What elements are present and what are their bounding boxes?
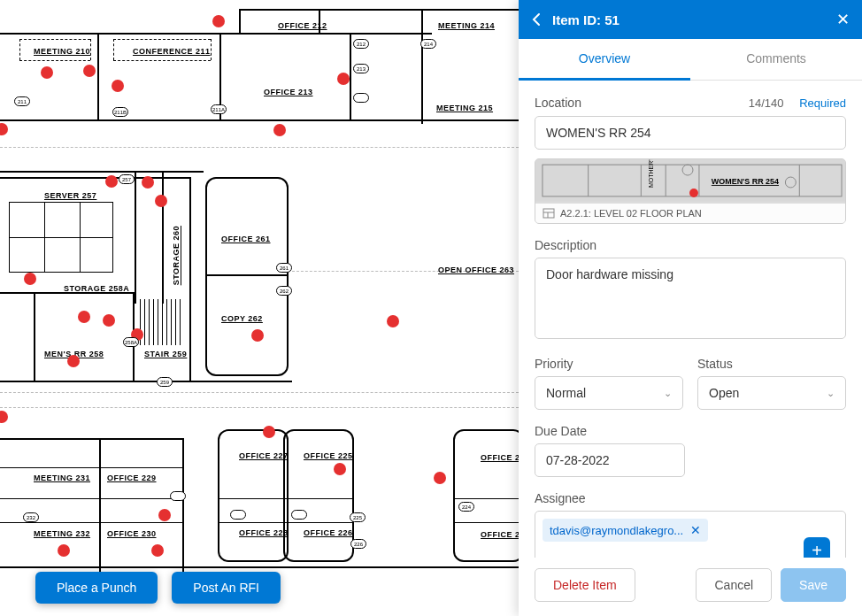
punch-marker[interactable] [112,80,124,92]
assignee-chip: tdavis@raymondlakegro... ✕ [543,519,708,542]
punch-marker[interactable] [0,411,8,423]
door-tag: 214 [420,39,436,49]
due-date-label: Due Date [535,424,846,438]
punch-marker[interactable] [155,195,167,207]
door-tag: 258A [123,337,139,347]
save-button[interactable]: Save [781,568,846,602]
door-tag: 211B [112,107,128,117]
room-label: OFFICE 227 [239,451,289,460]
door-tag: 262 [276,286,292,296]
door-tag: 225 [350,512,366,522]
plan-icon [543,208,555,219]
punch-marker[interactable] [212,15,225,27]
room-label: MEETING 231 [34,474,90,482]
punch-marker[interactable] [158,509,171,521]
priority-select[interactable]: Normal ⌄ [535,376,683,410]
tab-overview[interactable]: Overview [519,39,690,81]
punch-marker[interactable] [67,355,80,367]
panel-title: Item ID: 51 [552,12,826,27]
assignee-section: Assignee tdavis@raymondlakegro... ✕ + [535,491,846,558]
punch-marker[interactable] [251,329,264,342]
location-section: Location 14/140 Required [535,95,846,224]
door-tag: 211A [211,104,227,114]
required-label: Required [799,96,846,110]
punch-marker[interactable] [78,311,90,323]
item-detail-panel: Item ID: 51 ✕ Overview Comments Location… [519,0,862,616]
door-tag: 259 [157,377,173,387]
priority-label: Priority [535,357,683,371]
floorplan-canvas[interactable]: Place a Punch Post An RFI MEETING 210CON… [0,0,519,616]
room-label: OFFICE 22 [481,453,519,462]
svg-rect-12 [543,209,554,218]
door-tag: 261 [276,263,292,273]
punch-marker[interactable] [387,315,399,327]
room-label: OFFICE 230 [107,529,157,538]
panel-footer: Delete Item Cancel Save [519,558,862,616]
door-tag [170,491,186,501]
door-tag: 212 [353,39,369,49]
post-rfi-button[interactable]: Post An RFI [172,572,281,604]
svg-text:MOTHER'S R: MOTHER'S R [648,159,654,188]
add-assignee-button[interactable]: + [804,537,830,558]
room-label: OFFICE 228 [239,528,289,537]
door-tag: 226 [350,539,366,549]
punch-marker[interactable] [434,472,446,484]
punch-marker[interactable] [24,273,36,285]
room-label: MEETING 232 [34,529,90,538]
location-char-count: 14/140 [749,96,784,110]
room-label: COPY 262 [221,314,263,323]
punch-marker[interactable] [337,73,350,85]
due-date-input[interactable] [535,443,685,477]
back-icon[interactable] [531,12,542,27]
status-select[interactable]: Open ⌄ [697,376,846,410]
room-label: OFFICE 22 [481,530,519,539]
remove-assignee-icon[interactable]: ✕ [690,523,701,537]
punch-marker[interactable] [334,463,346,475]
punch-marker[interactable] [83,65,96,77]
priority-section: Priority Normal ⌄ [535,357,683,410]
door-tag [291,510,307,520]
chevron-down-icon: ⌄ [664,388,672,399]
panel-header: Item ID: 51 ✕ [519,0,862,39]
punch-marker[interactable] [0,123,8,135]
location-label: Location [535,96,581,110]
tabs: Overview Comments [519,39,862,81]
assignee-label: Assignee [535,491,846,505]
location-input[interactable] [535,116,846,150]
close-icon[interactable]: ✕ [836,10,850,29]
place-punch-button[interactable]: Place a Punch [35,572,158,604]
door-tag: 213 [353,64,369,73]
punch-marker[interactable] [41,66,53,79]
room-label: OFFICE 213 [264,88,313,96]
svg-point-11 [689,189,698,197]
location-thumbnail[interactable]: WOMEN'S RR 254 MOTHER'S R A2.2.1: LEVEL … [535,158,846,224]
description-input[interactable]: Door hardware missing [535,258,846,339]
delete-button[interactable]: Delete Item [535,568,635,602]
room-label: MEETING 210 [34,47,90,56]
chevron-down-icon: ⌄ [827,388,835,399]
punch-marker[interactable] [151,544,164,557]
cancel-button[interactable]: Cancel [696,568,772,602]
punch-marker[interactable] [58,544,70,557]
door-tag: 211 [14,96,30,106]
assignee-input[interactable]: tdavis@raymondlakegro... ✕ [535,511,846,558]
panel-body: Location 14/140 Required [519,81,862,558]
room-label: OFFICE 229 [107,474,157,482]
door-tag: 257 [119,174,135,184]
door-tag [353,93,369,103]
room-label: MEETING 215 [436,104,493,112]
room-label: OFFICE 261 [221,235,271,243]
due-date-section: Due Date [535,424,846,477]
tab-comments[interactable]: Comments [690,39,862,80]
punch-marker[interactable] [263,426,275,438]
punch-marker[interactable] [273,124,286,136]
door-tag: 232 [23,512,39,522]
punch-marker[interactable] [142,176,154,189]
punch-marker[interactable] [105,175,118,188]
punch-marker[interactable] [103,314,115,327]
room-label: STORAGE 258A [64,284,129,293]
room-label: OFFICE 212 [278,21,327,30]
room-label: MEETING 214 [438,21,495,30]
thumbnail-caption: A2.2.1: LEVEL 02 FLOOR PLAN [535,204,845,223]
door-tag: 224 [458,502,474,512]
